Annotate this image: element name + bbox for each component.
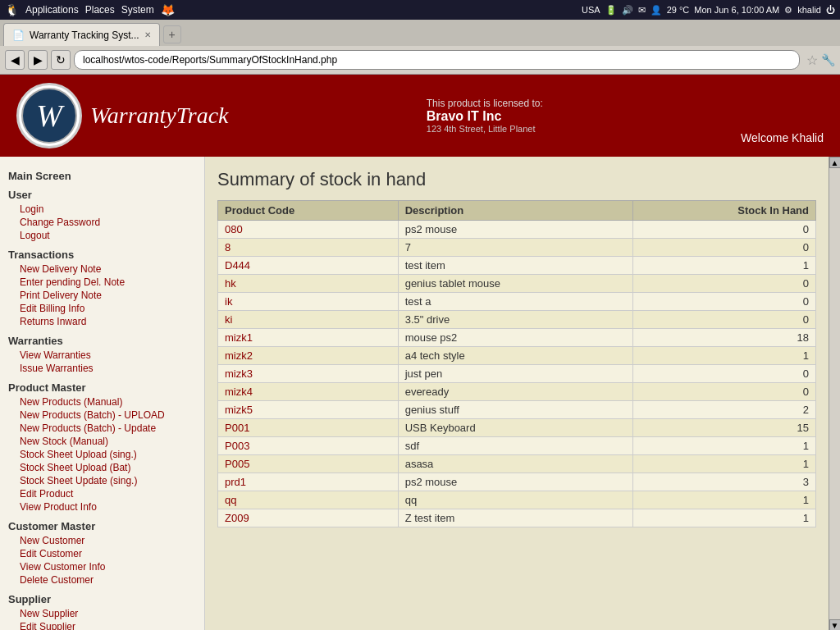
- cell-stock: 0: [633, 365, 816, 383]
- sidebar-item-new-products-manual[interactable]: New Products (Manual): [8, 395, 196, 409]
- cell-product-code: mizk5: [218, 401, 399, 419]
- product-code-link[interactable]: mizk2: [225, 349, 253, 362]
- sidebar-item-new-delivery-note[interactable]: New Delivery Note: [8, 262, 196, 276]
- product-code-link[interactable]: mizk5: [225, 404, 253, 416]
- battery-icon: 🔋: [605, 5, 617, 16]
- sidebar-item-view-customer-info[interactable]: View Customer Info: [8, 560, 196, 573]
- product-code-link[interactable]: P005: [225, 458, 249, 470]
- bookmark-star-icon[interactable]: ☆: [806, 52, 818, 68]
- sidebar-item-stock-sheet-upload-bat[interactable]: Stock Sheet Upload (Bat): [8, 461, 196, 474]
- back-button[interactable]: ◀: [5, 50, 25, 70]
- product-code-link[interactable]: mizk4: [225, 386, 253, 398]
- table-row: P005 asasa 1: [218, 455, 816, 473]
- user-icon: ⚙: [784, 5, 792, 16]
- cell-stock: 0: [633, 311, 816, 329]
- cell-description: asasa: [398, 455, 633, 473]
- product-code-link[interactable]: P001: [225, 422, 249, 434]
- mail-icon: ✉: [638, 5, 646, 16]
- os-taskbar: 🐧 Applications Places System 🦊 USA 🔋 🔊 ✉…: [0, 0, 840, 20]
- sidebar-item-new-customer[interactable]: New Customer: [8, 534, 196, 547]
- product-code-link[interactable]: Z009: [225, 512, 249, 524]
- cell-product-code: qq: [218, 491, 399, 509]
- sidebar-item-delete-customer[interactable]: Delete Customer: [8, 573, 196, 587]
- cell-product-code: mizk3: [218, 365, 399, 383]
- sidebar-item-edit-product[interactable]: Edit Product: [8, 487, 196, 500]
- site-header: W WarrantyTrack This product is licensed…: [0, 75, 840, 157]
- sidebar-item-new-products-batch-upload[interactable]: New Products (Batch) - UPLOAD: [8, 409, 196, 422]
- content-area: Summary of stock in hand Product Code De…: [205, 157, 829, 630]
- tab-close-button[interactable]: ✕: [144, 30, 151, 39]
- places-menu[interactable]: Places: [85, 4, 115, 16]
- reload-button[interactable]: ↻: [51, 50, 71, 70]
- product-code-link[interactable]: 8: [225, 241, 231, 253]
- sidebar-item-logout[interactable]: Logout: [8, 229, 196, 242]
- product-code-link[interactable]: mizk1: [225, 331, 253, 344]
- sidebar-item-login[interactable]: Login: [8, 203, 196, 216]
- product-code-link[interactable]: ki: [225, 313, 232, 326]
- cell-product-code: P003: [218, 437, 399, 455]
- power-icon[interactable]: ⏻: [826, 5, 835, 15]
- table-row: Z009 Z test item 1: [218, 509, 816, 527]
- cell-stock: 3: [633, 473, 816, 491]
- sidebar-item-print-delivery-note[interactable]: Print Delivery Note: [8, 289, 196, 302]
- sidebar-item-new-supplier[interactable]: New Supplier: [8, 607, 196, 620]
- sidebar-item-view-product-info[interactable]: View Product Info: [8, 500, 196, 514]
- col-stock-in-hand: Stock In Hand: [633, 201, 816, 221]
- table-row: hk genius tablet mouse 0: [218, 275, 816, 293]
- scroll-up-button[interactable]: ▲: [829, 157, 841, 168]
- new-tab-button[interactable]: +: [163, 25, 181, 43]
- cell-description: sdf: [398, 437, 633, 455]
- licensed-to-label: This product is licensed to:: [427, 98, 543, 109]
- active-tab[interactable]: 📄 Warranty Tracking Syst... ✕: [3, 23, 160, 46]
- sidebar-item-edit-supplier[interactable]: Edit Supplier: [8, 620, 196, 630]
- logo-circle: W: [16, 83, 82, 148]
- cell-stock: 15: [633, 419, 816, 437]
- cell-stock: 0: [633, 275, 816, 293]
- sidebar-item-enter-pending[interactable]: Enter pending Del. Note: [8, 276, 196, 289]
- cell-description: test a: [398, 293, 633, 311]
- transactions-section-title: Transactions: [8, 249, 196, 261]
- product-code-link[interactable]: hk: [225, 277, 236, 290]
- browser-chrome: 📄 Warranty Tracking Syst... ✕ + ◀ ▶ ↻ lo…: [0, 20, 840, 75]
- sidebar-item-view-warranties[interactable]: View Warranties: [8, 349, 196, 362]
- fedora-icon: 🐧: [5, 3, 19, 16]
- sidebar-item-issue-warranties[interactable]: Issue Warranties: [8, 362, 196, 375]
- product-code-link[interactable]: P003: [225, 440, 249, 452]
- stock-table: Product Code Description Stock In Hand 0…: [217, 200, 816, 527]
- sidebar-item-stock-sheet-update-sing[interactable]: Stock Sheet Update (sing.): [8, 474, 196, 487]
- product-code-link[interactable]: D444: [225, 259, 250, 272]
- temperature: 29 °C: [667, 5, 690, 15]
- cell-description: eveready: [398, 383, 633, 401]
- cell-description: 3.5" drive: [398, 311, 633, 329]
- cell-description: qq: [398, 491, 633, 509]
- table-row: mizk1 mouse ps2 18: [218, 329, 816, 347]
- applications-menu[interactable]: Applications: [25, 4, 79, 16]
- product-code-link[interactable]: mizk3: [225, 368, 253, 380]
- sidebar-item-edit-billing[interactable]: Edit Billing Info: [8, 302, 196, 315]
- product-code-link[interactable]: qq: [225, 494, 236, 506]
- sidebar-item-returns-inward[interactable]: Returns Inward: [8, 315, 196, 328]
- logo-text-area: WarrantyTrack: [90, 103, 229, 129]
- cell-product-code: 080: [218, 221, 399, 239]
- sidebar-item-new-stock[interactable]: New Stock (Manual): [8, 435, 196, 448]
- scroll-down-button[interactable]: ▼: [829, 619, 841, 630]
- scrollbar[interactable]: ▲ ▼: [829, 157, 840, 630]
- table-row: qq qq 1: [218, 491, 816, 509]
- sidebar-item-edit-customer[interactable]: Edit Customer: [8, 547, 196, 560]
- col-description: Description: [398, 201, 633, 221]
- sidebar-item-change-password[interactable]: Change Password: [8, 216, 196, 229]
- product-code-link[interactable]: ik: [225, 295, 232, 308]
- url-bar[interactable]: localhost/wtos-code/Reports/SummaryOfSto…: [74, 50, 800, 70]
- product-code-link[interactable]: prd1: [225, 476, 246, 488]
- cell-description: 7: [398, 239, 633, 257]
- cell-product-code: mizk1: [218, 329, 399, 347]
- tools-icon[interactable]: 🔧: [821, 53, 835, 66]
- cell-description: test item: [398, 257, 633, 275]
- cell-stock: 1: [633, 257, 816, 275]
- forward-button[interactable]: ▶: [28, 50, 48, 70]
- sidebar-item-new-products-batch-update[interactable]: New Products (Batch) - Update: [8, 422, 196, 435]
- sidebar-item-stock-sheet-upload-sing[interactable]: Stock Sheet Upload (sing.): [8, 448, 196, 461]
- product-code-link[interactable]: 080: [225, 223, 243, 235]
- table-row: 8 7 0: [218, 239, 816, 257]
- system-menu[interactable]: System: [121, 4, 154, 16]
